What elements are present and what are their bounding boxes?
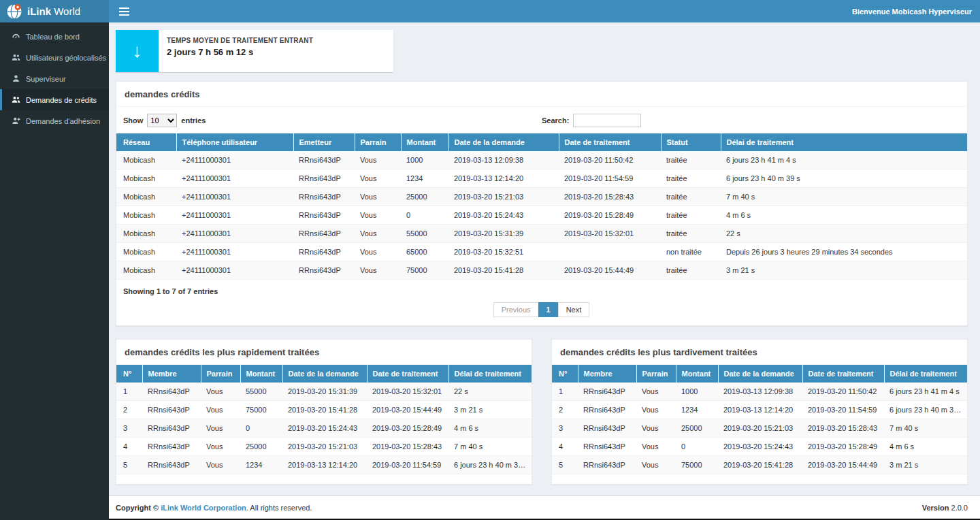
table-row: Mobicash+24111000301RRnsi643dPVous123420… (116, 169, 967, 188)
column-header[interactable]: Membre (142, 365, 201, 383)
table-cell: 2019-03-20 15:41:28 (448, 261, 559, 280)
column-header[interactable]: Délai de traitement (448, 365, 532, 383)
globe-logo-icon (6, 3, 22, 20)
page-footer: Copyright © iLink World Corporation. All… (109, 495, 980, 519)
search-control: Search: (542, 114, 960, 127)
table-cell: 6 jours 23 h 41 m 4 s (884, 383, 967, 401)
table-cell: Vous (355, 151, 401, 169)
table-cell: 2019-03-20 11:50:42 (802, 383, 884, 401)
column-header[interactable]: Membre (578, 365, 636, 383)
pagination-previous-button[interactable]: Previous (493, 302, 539, 317)
table-cell: 25000 (676, 419, 718, 438)
app-logo[interactable]: iLink World (0, 0, 109, 22)
column-header[interactable]: Date de la demande (282, 365, 367, 383)
table-cell: 2019-03-20 15:21:03 (718, 419, 802, 438)
table-cell: Mobicash (116, 169, 176, 188)
table-row: Mobicash+24111000301RRnsi643dPVous750002… (116, 261, 967, 280)
sidebar-item-label: Utilisateurs géolocalisés (26, 54, 106, 62)
search-label: Search: (542, 116, 569, 125)
table-cell: 2019-03-13 12:09:38 (448, 151, 559, 169)
table-cell: RRnsi643dP (293, 169, 355, 188)
sidebar-item-demandes-adhesion[interactable]: Demandes d'adhésion (0, 110, 109, 131)
table-cell: Vous (636, 438, 676, 456)
sidebar-item-superviseur[interactable]: Superviseur (0, 68, 109, 89)
column-header[interactable]: Date de traitement (559, 133, 661, 151)
table-cell: 4 m 6 s (721, 206, 967, 225)
table-row: 1RRnsi643dPVous10002019-03-13 12:09:3820… (552, 383, 967, 401)
table-cell: 1000 (676, 383, 718, 401)
table-cell: 6 jours 23 h 40 m 39 s (884, 401, 967, 419)
column-header[interactable]: Téléphone utilisateur (176, 133, 293, 151)
table-cell: 2019-03-13 12:14:20 (718, 401, 802, 419)
hamburger-icon (119, 7, 129, 16)
column-header[interactable]: Date de la demande (448, 133, 559, 151)
column-header[interactable]: Délai de traitement (884, 365, 967, 383)
sidebar-item-utilisateurs-geolocalises[interactable]: Utilisateurs géolocalisés (0, 47, 109, 68)
table-cell: Vous (355, 169, 401, 188)
table-cell: 3 m 21 s (448, 401, 532, 419)
sidebar-item-demandes-de-credits[interactable]: Demandes de crédits (0, 89, 109, 110)
table-cell: 2019-03-20 15:44:49 (559, 261, 661, 280)
column-header[interactable]: Parrain (355, 133, 401, 151)
company-link[interactable]: iLink World Corporation (161, 504, 246, 512)
table-cell: Vous (636, 419, 676, 438)
pagination-next-button[interactable]: Next (558, 302, 590, 317)
table-cell: 22 s (448, 383, 532, 401)
table-cell: 2019-03-13 12:14:20 (448, 169, 559, 188)
table-cell: +24111000301 (176, 243, 293, 261)
table-cell: 1234 (240, 456, 282, 474)
credit-requests-panel: demandes crédits Show 10 entries Search: (116, 81, 968, 326)
table-cell: +24111000301 (176, 225, 293, 243)
table-cell: 0 (676, 438, 718, 456)
table-cell: RRnsi643dP (578, 456, 636, 474)
sidebar-item-label: Tableau de bord (26, 33, 80, 41)
table-cell: RRnsi643dP (578, 419, 636, 438)
column-header[interactable]: Montant (676, 365, 718, 383)
entries-select[interactable]: 10 (147, 114, 177, 127)
table-cell: RRnsi643dP (293, 243, 355, 261)
table-cell: Vous (201, 456, 240, 474)
table-cell: 7 m 40 s (721, 188, 967, 206)
table-header: N°MembreParrainMontantDate de la demande… (116, 365, 532, 383)
table-cell: 75000 (676, 456, 718, 474)
table-cell: Vous (636, 383, 676, 401)
column-header[interactable]: Délai de traitement (721, 133, 967, 151)
sidebar-toggle-button[interactable] (109, 0, 139, 22)
slowest-processed-table: N°MembreParrainMontantDate de la demande… (552, 365, 967, 474)
column-header[interactable]: Statut (661, 133, 721, 151)
panel-title: demandes crédits les plus tardivement tr… (560, 347, 757, 357)
table-row: 4RRnsi643dPVous250002019-03-20 15:21:032… (116, 438, 532, 456)
column-header[interactable]: Parrain (636, 365, 676, 383)
pagination-page-1-button[interactable]: 1 (538, 302, 559, 317)
column-header[interactable]: Montant (240, 365, 282, 383)
column-header[interactable]: N° (552, 365, 578, 383)
table-row: 3RRnsi643dPVous02019-03-20 15:24:432019-… (116, 419, 532, 438)
search-input[interactable] (573, 114, 641, 127)
table-cell: 3 (116, 419, 142, 438)
sidebar-item-tableau-de-bord[interactable]: Tableau de bord (0, 26, 109, 47)
avg-processing-time-info-box: ↓ TEMPS MOYEN DE TRAITEMENT ENTRANT 2 jo… (116, 30, 393, 72)
table-cell: 4 m 6 s (884, 438, 967, 456)
column-header[interactable]: Date de traitement (802, 365, 884, 383)
table-row: 4RRnsi643dPVous02019-03-20 15:24:432019-… (552, 438, 967, 456)
column-header[interactable]: Réseau (116, 133, 176, 151)
table-cell: 3 (552, 419, 578, 438)
table-cell: 75000 (240, 401, 282, 419)
column-header[interactable]: Montant (401, 133, 448, 151)
column-header[interactable]: Date de la demande (718, 365, 802, 383)
column-header[interactable]: N° (116, 365, 142, 383)
table-cell: Vous (636, 456, 676, 474)
version-text: Version 2.0.0 (922, 504, 968, 512)
table-row: Mobicash+24111000301RRnsi643dPVous550002… (116, 225, 967, 243)
fastest-processed-table: N°MembreParrainMontantDate de la demande… (116, 365, 532, 474)
table-cell: 7 m 40 s (448, 438, 532, 456)
panel-title: demandes crédits les plus rapidement tra… (125, 347, 319, 357)
table-cell: 0 (401, 206, 448, 225)
table-cell: 2019-03-20 15:28:43 (559, 188, 661, 206)
table-cell: Vous (355, 225, 401, 243)
column-header[interactable]: Parrain (201, 365, 240, 383)
membership-requests-icon (12, 116, 20, 125)
column-header[interactable]: Emetteur (293, 133, 355, 151)
column-header[interactable]: Date de traitement (367, 365, 448, 383)
sidebar-item-label: Superviseur (26, 75, 66, 83)
